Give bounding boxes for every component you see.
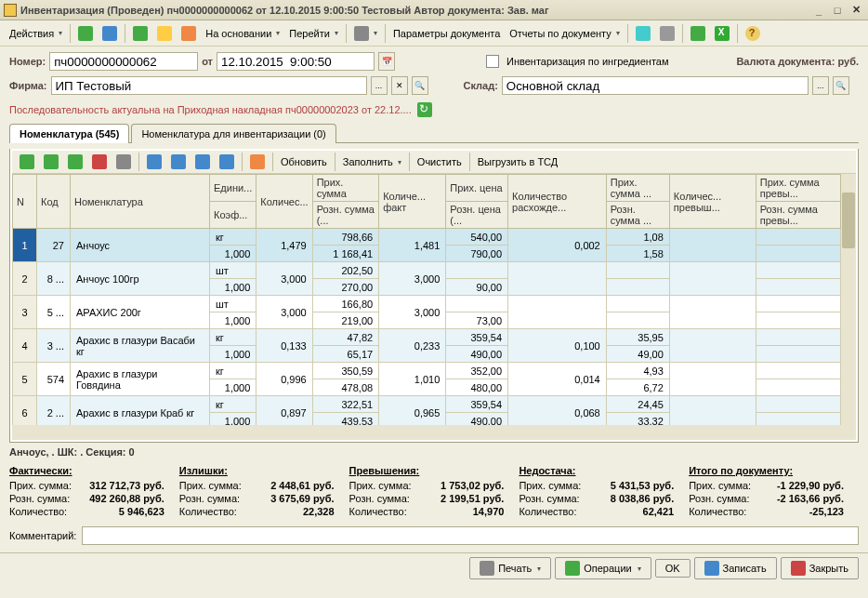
number-input[interactable] <box>49 52 198 71</box>
actions-menu[interactable]: Действия <box>6 26 66 41</box>
fact-qty: 5 946,623 <box>119 506 164 517</box>
minimize-button[interactable]: _ <box>810 3 827 18</box>
col-rsum[interactable]: Розн. сумма (... <box>312 202 378 229</box>
close-icon <box>791 561 806 576</box>
col-qty[interactable]: Количес... <box>256 175 312 229</box>
save-button[interactable]: Записать <box>694 557 777 579</box>
sort-desc-icon[interactable] <box>216 153 238 171</box>
table-row[interactable]: 28 ...Анчоус 100гршт3,000202,503,000 <box>13 262 856 279</box>
calendar-icon[interactable]: 📅 <box>378 52 395 71</box>
exc-rsum: 2 199,51 руб. <box>441 493 504 504</box>
row-edit-icon[interactable] <box>64 153 86 171</box>
col-psumover[interactable]: Прих. сумма превы... <box>756 175 840 202</box>
select-icon[interactable] <box>246 153 269 171</box>
tool-unpost-icon[interactable] <box>178 24 200 43</box>
col-psumd[interactable]: Прих. сумма ... <box>606 175 669 202</box>
horizontal-scrollbar[interactable] <box>12 425 856 440</box>
stock-label: Склад: <box>464 80 498 91</box>
refresh-button[interactable]: Обновить <box>277 154 331 169</box>
ingredients-checkbox[interactable] <box>486 55 499 68</box>
table-row[interactable]: 127Анчоускг1,479798,661,481540,000,0021,… <box>13 229 856 246</box>
sequence-text: Последовательность актуальна на Приходна… <box>9 104 412 115</box>
print-button[interactable]: Печать <box>469 557 551 579</box>
table-row[interactable]: 43 ...Арахис в глазури Васаби кгкг0,1334… <box>13 329 856 346</box>
tool-excel-icon[interactable] <box>711 24 733 43</box>
totals-fact-header: Фактически: <box>9 465 72 476</box>
based-on-menu[interactable]: На основании <box>202 26 283 41</box>
operations-button[interactable]: Операции <box>555 557 651 579</box>
col-n[interactable]: N <box>13 175 37 229</box>
col-rsumover[interactable]: Розн. сумма превы... <box>756 202 840 229</box>
col-qfact[interactable]: Количе... факт <box>379 175 446 229</box>
col-code[interactable]: Код <box>37 175 71 229</box>
printer-icon <box>480 561 494 576</box>
fact-rsum: 492 260,88 руб. <box>89 493 164 504</box>
date-input[interactable] <box>217 52 375 71</box>
firm-label: Фирма: <box>9 80 47 91</box>
vertical-scrollbar[interactable] <box>841 174 856 425</box>
table-row[interactable]: 62 ...Арахис в глазури Краб кгкг0,897322… <box>13 396 856 413</box>
main-toolbar: Действия На основании Перейти Параметры … <box>0 20 868 47</box>
firm-select-icon[interactable]: ... <box>371 76 388 95</box>
stock-input[interactable] <box>502 76 809 95</box>
close-button[interactable]: ✕ <box>848 3 864 18</box>
totals-exc-header: Превышения: <box>349 465 420 476</box>
titlebar: Инвентаризация (Проведен) пч000000000006… <box>0 0 868 20</box>
reports-menu[interactable]: Отчеты по документу <box>506 26 623 41</box>
row-add-icon[interactable] <box>16 153 38 171</box>
stock-select-icon[interactable]: ... <box>812 76 829 95</box>
firm-clear-icon[interactable]: ✕ <box>391 76 408 95</box>
clear-button[interactable]: Очистить <box>414 154 466 169</box>
ok-button[interactable]: OK <box>655 559 690 578</box>
tool-attach-icon[interactable] <box>656 24 678 43</box>
col-rsumd[interactable]: Розн. сумма ... <box>606 202 669 229</box>
firm-search-icon[interactable]: 🔍 <box>412 76 428 95</box>
tab-nomenclature[interactable]: Номенклатура (545) <box>9 124 129 143</box>
col-rprice[interactable]: Розн. цена (... <box>446 202 508 229</box>
row-delete-icon[interactable] <box>88 153 111 171</box>
export-tsd-button[interactable]: Выгрузить в ТСД <box>474 154 562 169</box>
gear-icon <box>565 561 580 576</box>
tool-list-icon[interactable] <box>687 24 709 43</box>
row-copy-icon[interactable] <box>40 153 62 171</box>
over-psum: 2 448,61 руб. <box>270 480 334 491</box>
col-qover[interactable]: Количес... превыш... <box>669 175 756 229</box>
col-unit[interactable]: Едини... <box>210 175 256 202</box>
firm-input[interactable] <box>51 76 367 95</box>
move-up-icon[interactable] <box>143 153 165 171</box>
comment-label: Комментарий: <box>9 530 76 541</box>
tool-info-icon[interactable] <box>632 24 654 43</box>
close-form-button[interactable]: Закрыть <box>781 557 859 579</box>
number-label: Номер: <box>9 56 46 67</box>
col-psum[interactable]: Прих. сумма <box>312 175 378 202</box>
maximize-button[interactable]: □ <box>829 3 846 18</box>
tool-add-icon[interactable] <box>74 24 97 43</box>
col-coef[interactable]: Коэф... <box>210 202 256 229</box>
comment-input[interactable] <box>82 526 859 545</box>
tab-nomenclature-inv[interactable]: Номенклатура для инвентаризации (0) <box>131 124 335 143</box>
col-nom[interactable]: Номенклатура <box>71 175 210 229</box>
tool-time-icon[interactable] <box>350 24 381 43</box>
col-pprice[interactable]: Прих. цена <box>446 175 508 202</box>
tool-copy-icon[interactable] <box>129 24 151 43</box>
move-down-icon[interactable] <box>167 153 190 171</box>
tool-sheet-icon[interactable] <box>99 24 121 43</box>
short-rsum: 8 038,86 руб. <box>611 493 674 504</box>
params-button[interactable]: Параметры документа <box>389 26 504 41</box>
refresh-sequence-icon[interactable] <box>417 102 432 117</box>
tool-post-icon[interactable] <box>153 24 176 43</box>
stock-search-icon[interactable]: 🔍 <box>833 76 849 95</box>
goto-menu[interactable]: Перейти <box>285 26 342 41</box>
table-row[interactable]: 35 ...АРАХИС 200гшт3,000166,803,000 <box>13 296 856 312</box>
save-icon <box>704 561 719 576</box>
items-table[interactable]: N Код Номенклатура Едини... Количес... П… <box>12 174 856 425</box>
sort-asc-icon[interactable] <box>191 153 214 171</box>
totals-doc-header: Итого по документу: <box>689 465 793 476</box>
fill-menu[interactable]: Заполнить <box>339 154 405 169</box>
col-qdiff[interactable]: Количество расхожде... <box>508 175 607 229</box>
fact-psum: 312 712,73 руб. <box>89 480 164 491</box>
over-rsum: 3 675,69 руб. <box>270 493 334 504</box>
row-filter-icon[interactable] <box>112 153 135 171</box>
help-icon[interactable] <box>742 24 764 43</box>
table-row[interactable]: 5574Арахис в глазури Говядинакг0,996350,… <box>13 363 856 379</box>
